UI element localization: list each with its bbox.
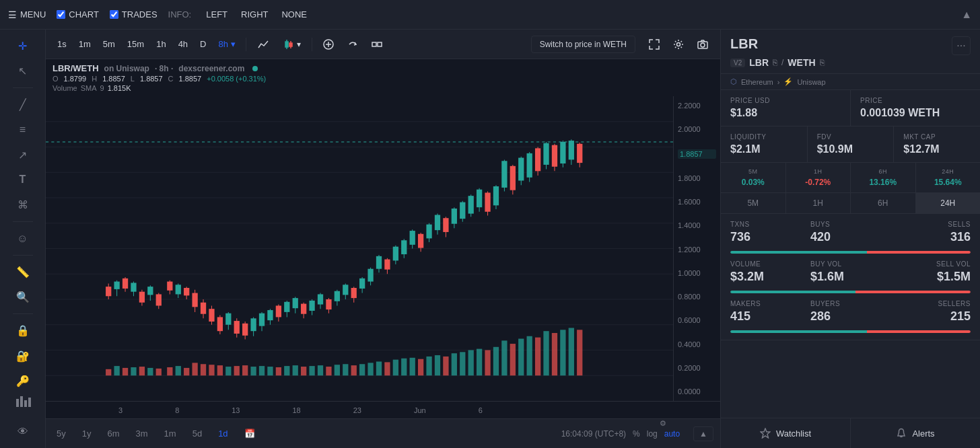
trades-checkbox[interactable] bbox=[110, 10, 118, 19]
high-value: 1.8857 bbox=[102, 75, 125, 83]
range-1m[interactable]: 1m bbox=[160, 427, 180, 440]
trades-toggle[interactable]: TRADES bbox=[110, 9, 158, 20]
sell-vol-progress bbox=[855, 291, 971, 293]
info-right[interactable]: RIGHT bbox=[237, 8, 272, 21]
emoji-tool[interactable]: ☺ bbox=[11, 227, 35, 250]
scroll-up-btn[interactable]: ▲ bbox=[693, 426, 713, 441]
price-level-10: 1.0000 bbox=[678, 269, 716, 277]
watch-tool[interactable]: 👁 bbox=[11, 420, 35, 443]
pattern-tool[interactable]: ⌘ bbox=[11, 194, 35, 216]
period-5m[interactable]: 5M bbox=[721, 193, 785, 213]
svg-rect-1 bbox=[20, 396, 23, 407]
settings-btn[interactable] bbox=[668, 36, 689, 52]
log-btn[interactable]: log bbox=[647, 429, 658, 439]
copy-icon-2[interactable]: ⎘ bbox=[820, 58, 825, 67]
cursor-tool[interactable]: ↖ bbox=[11, 60, 35, 82]
svg-rect-162 bbox=[259, 366, 265, 375]
svg-rect-183 bbox=[435, 355, 440, 375]
period-6h[interactable]: 6H bbox=[851, 193, 915, 213]
lock-tool[interactable]: 🔒 bbox=[11, 320, 35, 342]
svg-rect-160 bbox=[242, 365, 248, 375]
chart-toggle[interactable]: CHART bbox=[57, 9, 99, 20]
timeframe-1h[interactable]: 1h bbox=[151, 36, 170, 52]
fullscreen-btn[interactable] bbox=[643, 36, 665, 52]
timeframe-5m[interactable]: 5m bbox=[98, 36, 120, 52]
chart-container: 1s 1m 5m 15m 1h 4h D 8h ▾ ▾ bbox=[46, 30, 720, 448]
svg-rect-77 bbox=[301, 304, 306, 314]
range-5d[interactable]: 5d bbox=[188, 427, 206, 440]
indicator-type-candle[interactable]: ▾ bbox=[277, 36, 306, 53]
timeframe-1s[interactable]: 1s bbox=[53, 36, 71, 52]
timeframe-4h[interactable]: 4h bbox=[174, 36, 193, 52]
range-3m[interactable]: 3m bbox=[132, 427, 152, 440]
price-weth-value: 0.001039 WETH bbox=[860, 107, 971, 119]
period-24h[interactable]: 24H bbox=[916, 193, 981, 213]
price-usd-label: PRICE USD bbox=[730, 97, 841, 104]
svg-rect-47 bbox=[176, 285, 181, 294]
info-left[interactable]: LEFT bbox=[202, 8, 232, 21]
settings-icon-bottom[interactable]: ⚙ bbox=[660, 419, 666, 428]
text-tool[interactable]: T bbox=[11, 169, 35, 191]
time-label-jun: Jun bbox=[414, 406, 426, 414]
settings-tool[interactable]: 🔑 bbox=[11, 370, 35, 392]
sells-value: 316 bbox=[890, 230, 971, 244]
eth-icon: ⬡ bbox=[730, 77, 737, 86]
svg-rect-171 bbox=[335, 365, 340, 375]
range-6m[interactable]: 6m bbox=[103, 427, 123, 440]
trend-line-tool[interactable]: ╱ bbox=[11, 94, 35, 116]
svg-rect-188 bbox=[477, 349, 482, 376]
price-level-16: 1.6000 bbox=[678, 198, 716, 206]
svg-rect-187 bbox=[468, 350, 474, 376]
timeframe-8h[interactable]: 8h ▾ bbox=[213, 36, 240, 52]
indicator-type-line[interactable] bbox=[252, 36, 275, 53]
add-indicator-btn[interactable] bbox=[318, 36, 339, 52]
watchlist-button[interactable]: Watchlist bbox=[721, 418, 851, 448]
svg-rect-189 bbox=[485, 350, 490, 376]
replay-btn[interactable] bbox=[342, 36, 363, 52]
info-none[interactable]: NONE bbox=[277, 8, 311, 21]
pct-btn[interactable]: % bbox=[633, 429, 640, 439]
close-label: C bbox=[168, 75, 174, 83]
svg-rect-200 bbox=[577, 330, 582, 375]
horizontal-line-tool[interactable]: ≡ bbox=[11, 118, 35, 141]
buy-vol-value: $1.6M bbox=[810, 270, 890, 284]
makers-bar bbox=[730, 330, 971, 333]
zoom-tool[interactable]: 🔍 bbox=[11, 286, 35, 308]
period-1h[interactable]: 1H bbox=[786, 193, 851, 213]
price-level-12: 1.2000 bbox=[678, 246, 716, 254]
chart-checkbox[interactable] bbox=[57, 10, 65, 19]
candlestick-area[interactable]: 2.2000 2.0000 1.8857 1.8000 1.6000 1.400… bbox=[46, 96, 720, 401]
compare-btn[interactable] bbox=[366, 36, 388, 52]
range-1d[interactable]: 1d bbox=[214, 427, 232, 440]
auto-btn[interactable]: auto bbox=[664, 429, 680, 439]
crosshair-tool[interactable]: ✛ bbox=[11, 35, 35, 57]
timeframe-d[interactable]: D bbox=[195, 36, 211, 52]
timeframe-1m[interactable]: 1m bbox=[74, 36, 96, 52]
camera-btn[interactable] bbox=[692, 36, 713, 52]
calendar-btn[interactable]: 📅 bbox=[240, 427, 259, 440]
switch-price-button[interactable]: Switch to price in WETH bbox=[531, 36, 635, 53]
price-usd-value: $1.88 bbox=[730, 107, 841, 119]
alerts-label: Alerts bbox=[912, 428, 934, 439]
trade-stats: TXNS 736 BUYS 420 SELLS 316 VOLU bbox=[721, 214, 980, 340]
tradingview-logo bbox=[15, 395, 31, 418]
stats-grid: PRICE USD $1.88 PRICE 0.001039 WETH bbox=[721, 90, 980, 126]
tool-divider-2 bbox=[13, 221, 33, 222]
arrow-tool[interactable]: ↗ bbox=[11, 144, 35, 166]
svg-rect-184 bbox=[443, 357, 448, 375]
copy-icon[interactable]: ⎘ bbox=[773, 58, 777, 67]
more-button[interactable]: ··· bbox=[952, 36, 971, 55]
eye-tool[interactable]: 🔐 bbox=[11, 345, 35, 367]
svg-rect-121 bbox=[485, 192, 490, 211]
collapse-button[interactable]: ▲ bbox=[961, 9, 972, 21]
menu-item[interactable]: ☰ MENU bbox=[8, 9, 46, 20]
range-1y[interactable]: 1y bbox=[78, 427, 96, 440]
ruler-tool[interactable]: 📏 bbox=[11, 261, 35, 283]
fdv-cell: FDV $10.9M bbox=[808, 126, 894, 162]
range-5y[interactable]: 5y bbox=[53, 427, 70, 440]
svg-rect-170 bbox=[326, 367, 331, 375]
svg-rect-196 bbox=[543, 331, 549, 375]
buyers-value: 286 bbox=[810, 309, 890, 324]
timeframe-15m[interactable]: 15m bbox=[123, 36, 149, 52]
alerts-button[interactable]: Alerts bbox=[851, 418, 980, 448]
